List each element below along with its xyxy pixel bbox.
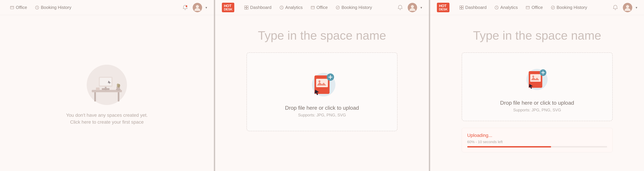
- office-icon-p1: [10, 5, 14, 10]
- uploading-label: Uploading...: [467, 133, 607, 138]
- nav-item-dashboard-p3[interactable]: Dashboard: [456, 3, 490, 12]
- svg-rect-6: [94, 92, 96, 101]
- booking-label-p1: Booking History: [41, 5, 71, 10]
- upload-sub-text-p2: Supports: JPG, PNG, SVG: [298, 113, 346, 117]
- nav-item-office-p2[interactable]: Office: [308, 3, 331, 12]
- svg-rect-7: [118, 92, 120, 101]
- logo-badge-p3: HOT DESK: [437, 3, 450, 12]
- dashboard-label-p3: Dashboard: [465, 5, 486, 10]
- panel-2: HOT DESK Dashboard Analytics: [215, 0, 429, 171]
- svg-rect-28: [316, 79, 328, 87]
- booking-icon-p2: [336, 5, 340, 10]
- svg-rect-22: [311, 6, 314, 9]
- nav-right-p3: ▾: [611, 3, 637, 12]
- svg-rect-20: [246, 8, 248, 10]
- progress-sub-text: 60% - 10 seconds left: [467, 140, 607, 144]
- svg-point-43: [532, 76, 534, 77]
- empty-main-text: You don't have any spaces created yet.: [66, 112, 148, 119]
- nav-item-booking-p2[interactable]: Booking History: [332, 3, 375, 12]
- booking-icon-p3: [550, 5, 555, 10]
- space-name-input-p3[interactable]: [447, 29, 627, 42]
- svg-rect-0: [10, 6, 14, 9]
- empty-text-block: You don't have any spaces created yet. C…: [66, 112, 148, 125]
- upload-illustration-p2: [305, 66, 339, 100]
- svg-rect-32: [462, 6, 464, 8]
- svg-rect-16: [96, 88, 100, 90]
- nav-item-dashboard-p2[interactable]: Dashboard: [241, 3, 274, 12]
- empty-link-text[interactable]: Click here to create your first space: [66, 119, 148, 125]
- upload-illustration-p3: [520, 63, 554, 96]
- analytics-icon-p2: [279, 5, 284, 10]
- chevron-down-icon-p3[interactable]: ▾: [636, 6, 637, 10]
- svg-rect-31: [460, 6, 461, 8]
- svg-rect-42: [530, 74, 541, 82]
- nav-item-booking-p3[interactable]: Booking History: [548, 3, 590, 12]
- nav-items-p2: Dashboard Analytics Office Booking Histo…: [241, 3, 389, 12]
- dashboard-icon-p3: [459, 5, 464, 10]
- svg-point-4: [196, 5, 199, 8]
- upload-progress-area: Uploading... 60% - 10 seconds left: [462, 128, 613, 152]
- booking-label-p3: Booking History: [556, 5, 587, 10]
- dashboard-icon-p2: [244, 5, 249, 10]
- nav-items-panel1: Office Booking History: [7, 3, 174, 12]
- office-icon-p2: [310, 5, 315, 10]
- svg-rect-9: [102, 88, 110, 90]
- upload-main-text-p3: Drop file here or click to upload: [500, 100, 574, 106]
- upload-sub-text-p3: Supports: JPG, PNG, SVG: [513, 108, 561, 112]
- logo-desk-p3: DESK: [439, 8, 448, 11]
- create-space-body-p3: Drop file here or click to upload Suppor…: [430, 15, 644, 171]
- nav-right-p1: ▾: [181, 3, 207, 12]
- divider-1-2: [214, 0, 215, 171]
- progress-bar-fill: [467, 146, 551, 147]
- office-label-p1: Office: [16, 5, 27, 10]
- analytics-icon-p3: [494, 5, 499, 10]
- space-name-input-p2[interactable]: [232, 29, 412, 42]
- svg-rect-36: [526, 6, 530, 9]
- panel-1: Office Booking History: [0, 0, 214, 171]
- navbar-panel2: HOT DESK Dashboard Analytics: [215, 0, 429, 15]
- booking-icon-p1: [35, 5, 40, 10]
- logo-hot-p3: HOT: [439, 4, 448, 8]
- nav-item-analytics-p2[interactable]: Analytics: [276, 3, 306, 12]
- booking-label-p2: Booking History: [342, 5, 372, 10]
- avatar-p1[interactable]: [193, 3, 202, 12]
- svg-rect-33: [460, 8, 461, 10]
- office-icon-p3: [526, 5, 530, 10]
- svg-point-2: [186, 5, 187, 7]
- chevron-down-icon-p2[interactable]: ▾: [420, 6, 422, 10]
- nav-item-analytics-p3[interactable]: Analytics: [491, 3, 521, 12]
- svg-point-39: [626, 5, 629, 8]
- nav-right-p2: ▾: [396, 3, 422, 12]
- logo-p2: HOT DESK: [222, 3, 234, 12]
- upload-main-text-p2: Drop file here or click to upload: [285, 105, 359, 111]
- nav-item-booking-p1[interactable]: Booking History: [32, 3, 74, 12]
- office-label-p2: Office: [316, 5, 328, 10]
- chevron-down-icon-p1[interactable]: ▾: [206, 6, 207, 10]
- divider-2-3: [429, 0, 430, 171]
- create-space-body-p2: Drop file here or click to upload Suppor…: [215, 15, 429, 171]
- logo-p3: HOT DESK: [437, 3, 450, 12]
- svg-point-25: [411, 5, 414, 8]
- upload-zone-p2[interactable]: Drop file here or click to upload Suppor…: [246, 52, 398, 131]
- navbar-panel1: Office Booking History: [0, 0, 214, 15]
- svg-point-29: [318, 80, 320, 82]
- analytics-label-p3: Analytics: [500, 5, 518, 10]
- panel-3: HOT DESK Dashboard Analytics: [430, 0, 644, 171]
- logo-hot-p2: HOT: [224, 4, 232, 8]
- bell-button-p1[interactable]: [181, 3, 189, 12]
- navbar-panel3: HOT DESK Dashboard Analytics: [430, 0, 644, 15]
- svg-rect-18: [246, 6, 248, 8]
- svg-rect-19: [244, 8, 246, 10]
- dashboard-label-p2: Dashboard: [250, 5, 271, 10]
- nav-item-office-p3[interactable]: Office: [522, 3, 546, 12]
- nav-item-office-p1[interactable]: Office: [7, 3, 30, 12]
- logo-desk-p2: DESK: [224, 8, 232, 11]
- bell-button-p3[interactable]: [611, 3, 620, 12]
- nav-items-p3: Dashboard Analytics Office Booking Histo…: [456, 3, 604, 12]
- avatar-p3[interactable]: [623, 3, 632, 12]
- bell-button-p2[interactable]: [396, 3, 404, 12]
- avatar-p2[interactable]: [408, 3, 417, 12]
- svg-rect-17: [244, 6, 246, 8]
- svg-rect-11: [100, 78, 112, 86]
- upload-zone-p3[interactable]: Drop file here or click to upload Suppor…: [462, 52, 613, 121]
